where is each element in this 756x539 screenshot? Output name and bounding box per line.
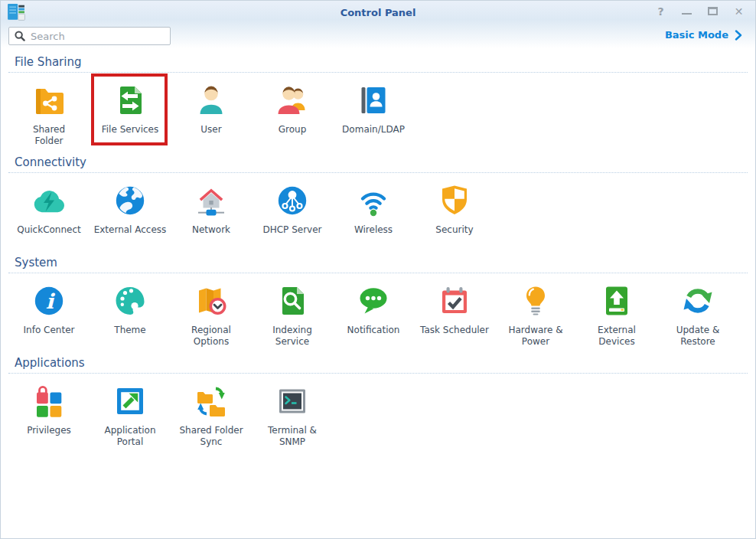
control-panel-grid: File Sharing Shared Folder (1, 48, 755, 449)
items-row: QuickConnect External Access (8, 173, 748, 249)
item-dhcp-server[interactable]: DHCP Server (252, 182, 333, 247)
section-system: System i Info Center Theme (8, 249, 748, 349)
indexing-service-icon (274, 283, 311, 319)
item-network[interactable]: Network (171, 182, 252, 247)
search-input[interactable] (31, 31, 165, 42)
item-shared-folder-sync[interactable]: Shared Folder Sync (171, 383, 252, 448)
dhcp-server-icon (274, 182, 311, 219)
item-label: Theme (114, 325, 145, 348)
security-shield-icon (436, 182, 473, 219)
item-label: External Access (94, 224, 167, 247)
items-row: Privileges Application Portal (8, 374, 748, 449)
items-row: Shared Folder File Services User (8, 73, 748, 149)
item-label: DHCP Server (262, 224, 321, 247)
external-devices-icon (598, 283, 635, 319)
items-row: i Info Center Theme (8, 273, 748, 349)
item-label: Application Portal (104, 425, 155, 448)
network-house-icon (193, 182, 230, 219)
shared-folder-sync-icon (193, 383, 230, 420)
item-label: Update & Restore (676, 325, 720, 348)
task-scheduler-icon (436, 283, 473, 319)
section-title: System (8, 249, 748, 273)
info-center-icon: i (31, 283, 67, 319)
group-icon (274, 82, 311, 119)
close-icon[interactable]: ✕ (733, 5, 745, 17)
regional-options-icon (193, 283, 230, 319)
item-label: Indexing Service (272, 325, 312, 348)
terminal-snmp-icon (274, 383, 311, 420)
item-user[interactable]: User (171, 82, 252, 147)
item-label: Hardware & Power (508, 325, 562, 348)
item-label: Shared Folder Sync (179, 425, 243, 448)
quickconnect-cloud-icon (31, 182, 67, 219)
item-hardware-power[interactable]: Hardware & Power (495, 283, 576, 348)
item-group[interactable]: Group (252, 82, 333, 147)
item-file-services[interactable]: File Services (90, 82, 171, 147)
search-icon (15, 31, 25, 41)
item-label: External Devices (598, 325, 636, 348)
item-terminal-snmp[interactable]: Terminal & SNMP (252, 383, 333, 448)
item-privileges[interactable]: Privileges (8, 383, 90, 448)
window-header: Control Panel ? ✕ Basic Mode (1, 1, 755, 48)
item-label: Task Scheduler (420, 325, 489, 348)
page-title: Control Panel (1, 7, 755, 18)
basic-mode-link[interactable]: Basic Mode (665, 29, 742, 41)
item-external-devices[interactable]: External Devices (576, 283, 657, 348)
domain-ldap-icon (355, 82, 392, 119)
external-access-globe-icon (112, 182, 148, 219)
item-indexing-service[interactable]: Indexing Service (252, 283, 333, 348)
item-label: Domain/LDAP (342, 124, 405, 147)
file-services-icon (112, 82, 148, 119)
section-title: File Sharing (8, 48, 748, 73)
item-label: Info Center (24, 325, 75, 348)
section-title: Connectivity (8, 149, 748, 173)
section-title: Applications (8, 349, 748, 374)
item-label: File Services (102, 124, 159, 147)
privileges-icon (31, 383, 67, 420)
item-notification[interactable]: Notification (333, 283, 414, 348)
application-portal-icon (112, 383, 148, 420)
section-applications: Applications Privileges (8, 349, 748, 449)
chevron-right-icon (735, 30, 742, 41)
maximize-icon[interactable] (707, 5, 719, 17)
notification-bubble-icon (355, 283, 392, 319)
item-update-restore[interactable]: Update & Restore (657, 283, 738, 348)
item-label: Wireless (354, 224, 393, 247)
item-label: Regional Options (191, 325, 231, 348)
search-row: Basic Mode (1, 24, 755, 48)
item-application-portal[interactable]: Application Portal (90, 383, 171, 448)
section-connectivity: Connectivity QuickConnect External Acces… (8, 149, 748, 249)
item-external-access[interactable]: External Access (90, 182, 171, 247)
item-label: Network (192, 224, 230, 247)
item-task-scheduler[interactable]: Task Scheduler (414, 283, 495, 348)
item-security[interactable]: Security (414, 182, 495, 247)
section-file-sharing: File Sharing Shared Folder (8, 48, 748, 149)
shared-folder-icon (31, 82, 67, 119)
item-regional-options[interactable]: Regional Options (171, 283, 252, 348)
item-info-center[interactable]: i Info Center (8, 283, 90, 348)
help-icon[interactable]: ? (655, 5, 666, 17)
item-label: User (200, 124, 221, 147)
item-domain-ldap[interactable]: Domain/LDAP (333, 82, 414, 147)
item-label: Security (435, 224, 473, 247)
item-label: Terminal & SNMP (268, 425, 317, 448)
item-wireless[interactable]: Wireless (333, 182, 414, 247)
hardware-power-icon (517, 283, 554, 319)
update-restore-icon (679, 283, 716, 319)
search-box[interactable] (8, 27, 171, 45)
minimize-icon[interactable] (681, 5, 692, 17)
user-icon (193, 82, 230, 119)
item-label: Shared Folder (33, 124, 65, 147)
item-label: Privileges (27, 425, 71, 448)
titlebar: Control Panel ? ✕ (1, 1, 755, 24)
item-theme[interactable]: Theme (90, 283, 171, 348)
wireless-wifi-icon (355, 182, 392, 219)
item-shared-folder[interactable]: Shared Folder (8, 82, 90, 147)
window-controls: ? ✕ (655, 5, 745, 17)
item-label: QuickConnect (17, 224, 81, 247)
basic-mode-label: Basic Mode (665, 29, 728, 41)
theme-palette-icon (112, 283, 148, 319)
item-label: Group (279, 124, 307, 147)
item-quickconnect[interactable]: QuickConnect (8, 182, 90, 247)
item-label: Notification (347, 325, 400, 348)
